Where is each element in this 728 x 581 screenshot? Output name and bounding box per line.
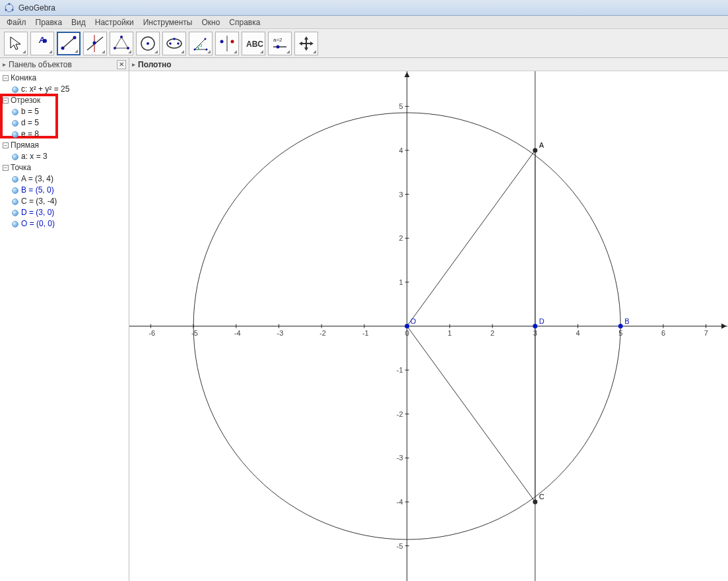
- dropdown-indicator-icon: [260, 50, 263, 53]
- tree-group-title: Прямая: [11, 140, 39, 151]
- dropdown-indicator-icon: [181, 50, 184, 53]
- menu-settings[interactable]: Настройки: [91, 16, 138, 28]
- object-label: e = 8: [21, 129, 39, 140]
- line-through-point-tool[interactable]: [83, 32, 107, 55]
- collapse-icon[interactable]: −: [3, 142, 9, 148]
- object-tree: −Коникаc: x² + y² = 25−Отрезокb = 5d = 5…: [0, 71, 129, 229]
- app-title: GeoGebra: [18, 3, 55, 13]
- svg-point-27: [220, 40, 224, 43]
- object-visibility-icon[interactable]: [12, 199, 18, 205]
- svg-point-32: [277, 45, 280, 48]
- menu-bar: Файл Правка Вид Настройки Инструменты Ок…: [0, 16, 728, 29]
- object-label: c: x² + y² = 25: [21, 84, 69, 95]
- tree-group-header[interactable]: −Коника: [3, 73, 129, 84]
- menu-edit[interactable]: Правка: [32, 16, 67, 28]
- canvas-header[interactable]: ▸ Полотно: [129, 58, 728, 71]
- object-visibility-icon[interactable]: [12, 210, 18, 216]
- menu-tools[interactable]: Инструменты: [139, 16, 197, 28]
- y-tick-label: -4: [397, 498, 403, 506]
- circle-tool[interactable]: [136, 32, 160, 55]
- dropdown-indicator-icon: [49, 50, 52, 53]
- main-split: ▸ Панель объектов ✕ −Коникаc: x² + y² = …: [0, 58, 728, 581]
- tree-item[interactable]: B = (5, 0): [12, 185, 129, 196]
- object-label: B = (5, 0): [21, 185, 54, 196]
- svg-point-7: [61, 46, 65, 49]
- point-label: O: [411, 317, 416, 325]
- dropdown-indicator-icon: [128, 50, 131, 53]
- tree-item[interactable]: D = (3, 0): [12, 207, 129, 218]
- segment-tool[interactable]: [57, 32, 81, 55]
- slider-tool[interactable]: a=2: [268, 32, 292, 55]
- point-object[interactable]: [405, 324, 409, 328]
- tree-items: c: x² + y² = 25: [3, 84, 129, 95]
- move-tool[interactable]: [4, 32, 28, 55]
- tree-item[interactable]: a: x = 3: [12, 151, 129, 162]
- segment-object[interactable]: [407, 150, 535, 326]
- object-visibility-icon[interactable]: [12, 120, 18, 127]
- dropdown-indicator-icon: [102, 50, 105, 53]
- tree-group-title: Коника: [11, 73, 36, 84]
- tree-group-title: Точка: [11, 162, 31, 173]
- x-tick-label: 2: [490, 329, 494, 337]
- tree-item[interactable]: b = 5: [12, 106, 129, 117]
- collapse-icon[interactable]: −: [3, 165, 9, 171]
- point-tool[interactable]: A: [30, 32, 54, 55]
- dropdown-indicator-icon: [22, 50, 26, 53]
- point-object[interactable]: [533, 324, 537, 328]
- menu-view[interactable]: Вид: [67, 16, 90, 28]
- tree-group-header[interactable]: −Прямая: [3, 140, 129, 151]
- point-object[interactable]: [533, 148, 537, 152]
- object-visibility-icon[interactable]: [12, 221, 18, 228]
- tree-item[interactable]: d = 5: [12, 117, 129, 129]
- tree-group-header[interactable]: −Отрезок: [3, 95, 129, 106]
- angle-tool[interactable]: α: [189, 32, 213, 55]
- svg-text:A: A: [38, 36, 45, 45]
- conic-tool[interactable]: [162, 32, 186, 55]
- dropdown-indicator-icon: [154, 50, 158, 53]
- move-view-tool[interactable]: [294, 32, 318, 55]
- x-tick-label: -6: [149, 329, 155, 337]
- point-object[interactable]: [533, 500, 537, 505]
- svg-marker-34: [405, 72, 410, 77]
- text-tool[interactable]: ABC: [242, 32, 265, 55]
- point-label: A: [539, 141, 545, 149]
- menu-window[interactable]: Окно: [197, 16, 224, 28]
- object-visibility-icon[interactable]: [12, 131, 18, 138]
- tree-group-header[interactable]: −Точка: [3, 162, 129, 173]
- svg-point-15: [114, 47, 116, 49]
- segment-object[interactable]: [407, 326, 535, 503]
- tree-items: a: x = 3: [3, 151, 129, 162]
- object-visibility-icon[interactable]: [12, 154, 18, 160]
- close-icon[interactable]: ✕: [117, 60, 126, 69]
- polygon-tool[interactable]: [110, 32, 133, 55]
- graphics-view[interactable]: -6-5-4-3-2-101234567-5-4-3-2-112345OABCD: [129, 71, 728, 581]
- tree-item[interactable]: c: x² + y² = 25: [12, 84, 129, 95]
- collapse-icon[interactable]: −: [3, 98, 9, 104]
- object-panel: ▸ Панель объектов ✕ −Коникаc: x² + y² = …: [0, 58, 129, 581]
- object-visibility-icon[interactable]: [12, 109, 18, 115]
- tree-item[interactable]: O = (0, 0): [12, 218, 129, 229]
- collapse-icon[interactable]: −: [3, 75, 9, 81]
- menu-help[interactable]: Справка: [225, 16, 264, 28]
- svg-point-19: [169, 42, 172, 45]
- dropdown-indicator-icon: [286, 50, 290, 53]
- svg-point-28: [231, 40, 234, 43]
- y-tick-label: -3: [397, 454, 403, 462]
- svg-point-11: [93, 41, 96, 44]
- point-label: D: [539, 317, 545, 325]
- y-tick-label: -1: [397, 366, 403, 374]
- tree-item[interactable]: e = 8: [12, 129, 129, 140]
- reflect-tool[interactable]: [215, 32, 239, 55]
- object-visibility-icon[interactable]: [12, 176, 18, 183]
- object-panel-header[interactable]: ▸ Панель объектов ✕: [0, 58, 129, 71]
- object-visibility-icon[interactable]: [12, 86, 18, 93]
- tree-item[interactable]: C = (3, -4): [12, 196, 129, 207]
- object-visibility-icon[interactable]: [12, 187, 18, 194]
- toolbar: AαABCa=2: [0, 29, 728, 58]
- point-object[interactable]: [618, 324, 623, 328]
- tree-item[interactable]: A = (3, 4): [12, 173, 129, 185]
- svg-point-23: [194, 48, 196, 50]
- svg-text:ABC: ABC: [246, 40, 263, 49]
- canvas-panel: ▸ Полотно -6-5-4-3-2-101234567-5-4-3-2-1…: [129, 58, 728, 581]
- menu-file[interactable]: Файл: [3, 16, 30, 28]
